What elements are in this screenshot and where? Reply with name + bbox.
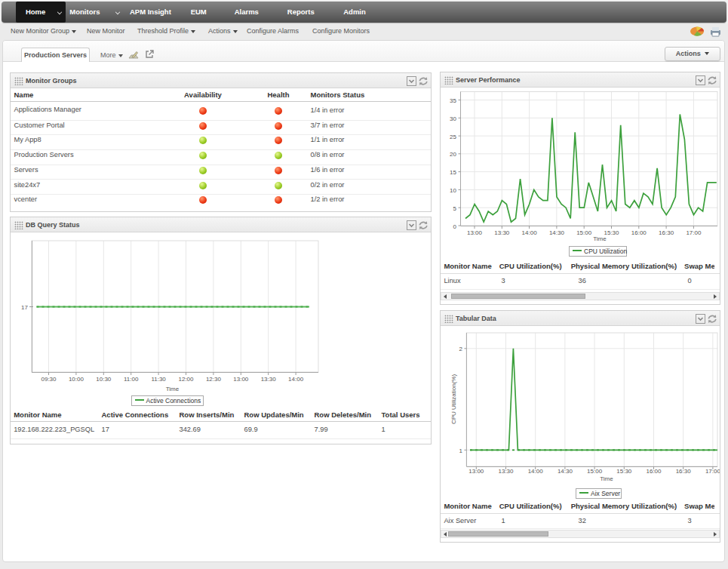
svg-text:Time: Time: [600, 475, 613, 482]
svg-text:14:30: 14:30: [558, 468, 573, 475]
svg-text:16:30: 16:30: [676, 468, 692, 475]
svg-text:14:00: 14:00: [522, 229, 538, 236]
svg-text:30: 30: [450, 115, 456, 122]
svg-text:13:00: 13:00: [233, 376, 249, 383]
svg-text:09:30: 09:30: [41, 376, 57, 383]
svg-text:15:00: 15:00: [576, 229, 592, 236]
svg-text:17: 17: [21, 304, 28, 311]
svg-text:16:30: 16:30: [659, 229, 674, 236]
svg-text:10:30: 10:30: [96, 376, 112, 383]
svg-text:Time: Time: [166, 386, 180, 392]
svg-text:15: 15: [450, 169, 456, 176]
svg-text:11:30: 11:30: [151, 376, 166, 383]
svg-text:5: 5: [453, 205, 457, 212]
svg-text:14:00: 14:00: [528, 468, 544, 475]
svg-text:20: 20: [450, 151, 456, 158]
svg-text:17:00: 17:00: [686, 229, 702, 236]
svg-text:13:00: 13:00: [467, 229, 483, 236]
svg-text:11:00: 11:00: [124, 376, 139, 383]
svg-text:13:00: 13:00: [468, 468, 484, 475]
svg-text:14:30: 14:30: [549, 229, 565, 236]
svg-text:12:00: 12:00: [178, 376, 194, 383]
svg-text:Time: Time: [593, 235, 607, 242]
svg-text:16:00: 16:00: [646, 468, 662, 475]
svg-text:10: 10: [450, 187, 456, 194]
svg-text:25: 25: [450, 134, 456, 140]
svg-text:12:30: 12:30: [206, 376, 222, 383]
svg-text:15:30: 15:30: [616, 468, 632, 475]
svg-text:CPU Utilization(%): CPU Utilization(%): [450, 374, 457, 425]
svg-text:35: 35: [450, 97, 456, 104]
svg-text:2: 2: [459, 346, 463, 352]
svg-text:17:00: 17:00: [705, 468, 720, 475]
svg-text:0: 0: [453, 223, 457, 230]
svg-text:15:00: 15:00: [587, 468, 603, 475]
svg-text:10:00: 10:00: [69, 376, 84, 383]
svg-text:16:00: 16:00: [631, 229, 647, 236]
svg-text:1: 1: [459, 448, 463, 454]
svg-text:13:30: 13:30: [494, 229, 510, 236]
svg-text:13:30: 13:30: [498, 468, 514, 475]
svg-text:14:00: 14:00: [288, 376, 304, 383]
svg-text:13:30: 13:30: [261, 376, 277, 383]
